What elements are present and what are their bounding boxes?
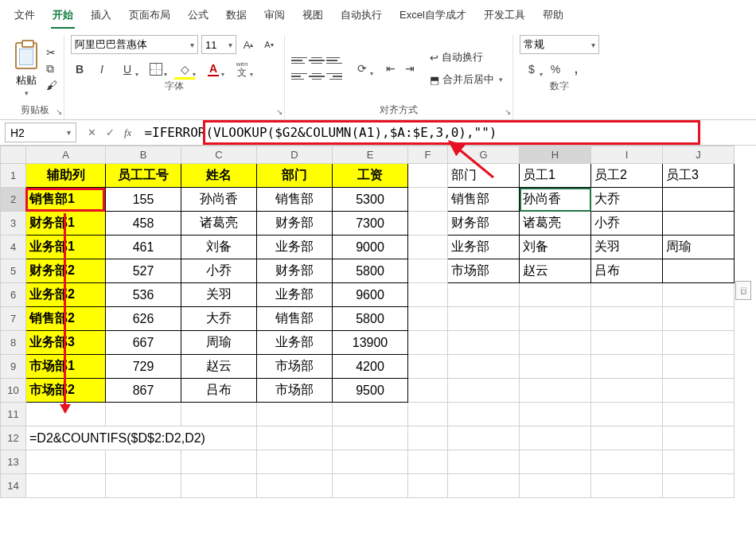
italic-button[interactable]: I <box>93 60 111 78</box>
cell-A2[interactable]: 销售部1 <box>26 188 106 212</box>
enter-formula-icon[interactable]: ✓ <box>103 127 118 138</box>
align-middle-button[interactable] <box>309 53 325 68</box>
cell-C5[interactable]: 小乔 <box>181 259 257 283</box>
cell-B7[interactable]: 626 <box>106 307 181 331</box>
cell-B8[interactable]: 667 <box>106 331 181 355</box>
paste-button[interactable]: 粘贴 ▾ <box>13 40 40 97</box>
cell-D7[interactable]: 销售部 <box>257 307 333 331</box>
cell-A9[interactable]: 市场部1 <box>26 355 106 379</box>
cell-C10[interactable]: 吕布 <box>181 379 257 403</box>
cancel-formula-icon[interactable]: ✕ <box>84 127 99 138</box>
tab-insert[interactable]: 插入 <box>89 6 113 29</box>
cell-J3[interactable] <box>663 212 735 236</box>
name-box[interactable]: H2 ▾ <box>5 123 76 142</box>
col-header-G[interactable]: G <box>448 146 520 164</box>
cell-I7[interactable] <box>591 307 663 331</box>
cell-I1[interactable]: 员工2 <box>591 164 663 188</box>
cell-E8[interactable]: 13900 <box>333 331 408 355</box>
row-header-10[interactable]: 10 <box>1 379 26 403</box>
clipboard-launcher-icon[interactable]: ↘ <box>56 107 62 116</box>
cell-G12[interactable] <box>448 426 520 450</box>
align-right-button[interactable] <box>326 69 342 84</box>
cell-I3[interactable]: 小乔 <box>591 212 663 236</box>
cell-H14[interactable] <box>520 474 591 498</box>
cell-J6[interactable] <box>663 283 735 307</box>
col-header-A[interactable]: A <box>26 146 106 164</box>
row-header-5[interactable]: 5 <box>1 259 26 283</box>
cell-A4[interactable]: 业务部1 <box>26 236 106 259</box>
row-header-7[interactable]: 7 <box>1 307 26 331</box>
align-top-button[interactable] <box>291 53 307 68</box>
cell-E11[interactable] <box>333 403 408 426</box>
percent-format-button[interactable]: % <box>547 60 564 78</box>
col-header-H[interactable]: H <box>520 146 591 164</box>
format-painter-icon[interactable]: 🖌 <box>46 79 57 92</box>
cell-E6[interactable]: 9600 <box>333 283 408 307</box>
tab-automate[interactable]: 自动执行 <box>339 6 384 29</box>
cell-C3[interactable]: 诸葛亮 <box>181 212 257 236</box>
font-launcher-icon[interactable]: ↘ <box>276 107 283 116</box>
cell-B6[interactable]: 536 <box>106 283 181 307</box>
cell-A8[interactable]: 业务部3 <box>26 331 106 355</box>
font-name-select[interactable]: 阿里巴巴普惠体▾ <box>71 35 198 54</box>
cell-D14[interactable] <box>257 474 333 498</box>
row-header-2[interactable]: 2 <box>1 188 26 212</box>
cell-J12[interactable] <box>663 426 735 450</box>
cell-B4[interactable]: 461 <box>106 236 181 259</box>
cell-G5[interactable]: 市场部 <box>448 259 520 283</box>
cell-I9[interactable] <box>591 355 663 379</box>
cell-D11[interactable] <box>257 403 333 426</box>
cell-E14[interactable] <box>333 474 408 498</box>
cell-F13[interactable] <box>408 450 448 474</box>
cell-A12[interactable]: =D2&COUNTIFS($D$2:D2,D2) <box>26 426 257 450</box>
cell-D12[interactable] <box>257 426 333 450</box>
cell-I14[interactable] <box>591 474 663 498</box>
cell-F3[interactable] <box>408 212 448 236</box>
cell-D2[interactable]: 销售部 <box>257 188 333 212</box>
cell-F12[interactable] <box>408 426 448 450</box>
cell-A5[interactable]: 财务部2 <box>26 259 106 283</box>
cell-F1[interactable] <box>408 164 448 188</box>
cell-B1[interactable]: 员工工号 <box>106 164 181 188</box>
cell-C13[interactable] <box>181 450 257 474</box>
cell-A6[interactable]: 业务部2 <box>26 283 106 307</box>
cell-J10[interactable] <box>663 379 735 403</box>
cell-C14[interactable] <box>181 474 257 498</box>
increase-indent-button[interactable]: ⇥ <box>401 60 419 77</box>
bold-button[interactable]: B <box>71 60 88 78</box>
cell-H13[interactable] <box>520 450 591 474</box>
phonetic-guide-button[interactable]: wén 文 <box>230 60 254 78</box>
paste-options-smart-tag[interactable]: ⌼ <box>735 281 751 300</box>
cell-H6[interactable] <box>520 283 591 307</box>
cell-G1[interactable]: 部门 <box>448 164 520 188</box>
copy-icon[interactable]: ⧉ <box>46 62 57 76</box>
cell-I6[interactable] <box>591 283 663 307</box>
worksheet-grid[interactable]: A B C D E F G H I J 1 辅助列 员工工号 姓名 部门 工资 … <box>0 146 756 498</box>
cell-G8[interactable] <box>448 331 520 355</box>
cell-C2[interactable]: 孙尚香 <box>181 188 257 212</box>
cell-B10[interactable]: 867 <box>106 379 181 403</box>
accounting-format-button[interactable]: $ <box>520 60 544 78</box>
borders-button[interactable] <box>144 60 168 78</box>
cell-G6[interactable] <box>448 283 520 307</box>
select-all-corner[interactable] <box>1 146 26 164</box>
cell-G10[interactable] <box>448 379 520 403</box>
cell-J2[interactable] <box>663 188 735 212</box>
cell-A13[interactable] <box>26 450 106 474</box>
col-header-I[interactable]: I <box>591 146 663 164</box>
cell-F14[interactable] <box>408 474 448 498</box>
cell-B13[interactable] <box>106 450 181 474</box>
tab-view[interactable]: 视图 <box>301 6 325 29</box>
cell-C4[interactable]: 刘备 <box>181 236 257 259</box>
cell-E12[interactable] <box>333 426 408 450</box>
cell-J9[interactable] <box>663 355 735 379</box>
cell-D5[interactable]: 财务部 <box>257 259 333 283</box>
cell-J5[interactable] <box>663 259 735 283</box>
cell-F9[interactable] <box>408 355 448 379</box>
cell-I2[interactable]: 大乔 <box>591 188 663 212</box>
col-header-F[interactable]: F <box>408 146 448 164</box>
cell-B3[interactable]: 458 <box>106 212 181 236</box>
cell-J14[interactable] <box>663 474 735 498</box>
cell-J13[interactable] <box>663 450 735 474</box>
font-color-button[interactable]: A <box>201 60 225 78</box>
